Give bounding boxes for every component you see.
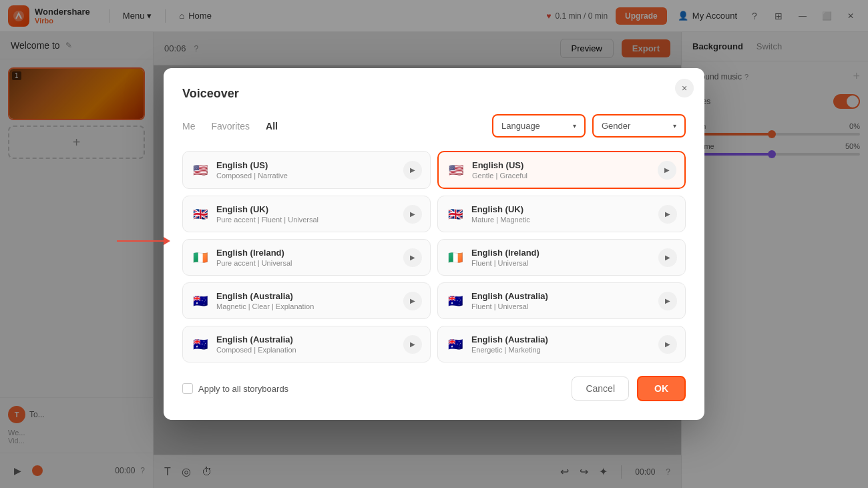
tab-me[interactable]: Me	[182, 121, 195, 132]
tab-all[interactable]: All	[266, 121, 278, 132]
modal-footer: Apply to all storyboards Cancel OK	[182, 376, 686, 401]
voice-info-5: English (Ireland) Fluent | Universal	[471, 248, 652, 267]
voice-desc-9: Energetic | Marketing	[471, 346, 652, 354]
apply-all-label: Apply to all storyboards	[198, 384, 288, 394]
voice-desc-5: Fluent | Universal	[471, 259, 652, 267]
app-background: Wondershare Virbo Menu ▾ ⌂ Home ♥ 0.1 mi…	[0, 0, 868, 488]
voice-flag-5: 🇮🇪	[446, 251, 465, 264]
language-filter-label: Language	[501, 121, 569, 131]
voice-desc-2: Pure accent | Fluent | Universal	[216, 216, 397, 224]
red-arrow-indicator	[117, 237, 170, 245]
voice-desc-7: Fluent | Universal	[471, 302, 652, 310]
voice-info-7: English (Australia) Fluent | Universal	[471, 291, 652, 310]
voice-play-button-6[interactable]: ▶	[403, 292, 422, 310]
voiceover-modal: × Voiceover Me Favorites All Language ▾ …	[164, 68, 704, 420]
voice-play-button-0[interactable]: ▶	[403, 161, 422, 180]
apply-all-checkbox-label[interactable]: Apply to all storyboards	[182, 383, 288, 394]
voice-card-en-au-2[interactable]: 🇦🇺 English (Australia) Fluent | Universa…	[437, 282, 686, 319]
ok-button[interactable]: OK	[637, 376, 686, 401]
cancel-button[interactable]: Cancel	[572, 377, 629, 401]
voice-desc-6: Magnetic | Clear | Explanation	[216, 302, 397, 310]
filter-area: Language ▾ Gender ▾	[492, 114, 686, 138]
voice-name-9: English (Australia)	[471, 334, 652, 344]
voice-flag-7: 🇦🇺	[446, 294, 465, 308]
apply-all-checkbox[interactable]	[182, 383, 193, 394]
voice-flag-6: 🇦🇺	[191, 294, 210, 308]
voice-card-en-au-4[interactable]: 🇦🇺 English (Australia) Energetic | Marke…	[437, 326, 686, 362]
voice-info-1: English (US) Gentle | Graceful	[472, 160, 651, 180]
voice-flag-0: 🇺🇸	[191, 164, 210, 177]
voice-flag-1: 🇺🇸	[447, 164, 465, 177]
arrow-head	[164, 237, 170, 245]
voice-play-button-7[interactable]: ▶	[658, 292, 677, 310]
voice-name-0: English (US)	[216, 160, 397, 170]
gender-filter-label: Gender	[602, 121, 669, 131]
voice-desc-0: Composed | Narrative	[216, 172, 397, 180]
voice-info-6: English (Australia) Magnetic | Clear | E…	[216, 291, 397, 310]
modal-close-button[interactable]: ×	[675, 79, 694, 97]
voice-play-button-9[interactable]: ▶	[658, 335, 677, 354]
voice-desc-8: Composed | Explanation	[216, 346, 397, 354]
voice-card-en-uk-2[interactable]: 🇬🇧 English (UK) Mature | Magnetic ▶	[437, 196, 686, 232]
voice-name-4: English (Ireland)	[216, 248, 397, 258]
voice-card-en-uk-1[interactable]: 🇬🇧 English (UK) Pure accent | Fluent | U…	[182, 196, 431, 232]
voice-grid: 🇺🇸 English (US) Composed | Narrative ▶ 🇺…	[182, 151, 686, 362]
voice-play-button-8[interactable]: ▶	[403, 335, 422, 354]
arrow-line	[117, 240, 164, 242]
voice-desc-3: Mature | Magnetic	[471, 216, 652, 224]
voice-desc-1: Gentle | Graceful	[472, 172, 651, 180]
voice-card-en-au-3[interactable]: 🇦🇺 English (Australia) Composed | Explan…	[182, 326, 431, 362]
voice-info-3: English (UK) Mature | Magnetic	[471, 204, 652, 224]
voice-info-8: English (Australia) Composed | Explanati…	[216, 334, 397, 354]
modal-overlay: × Voiceover Me Favorites All Language ▾ …	[0, 0, 868, 488]
voice-info-2: English (UK) Pure accent | Fluent | Univ…	[216, 204, 397, 224]
language-chevron-icon: ▾	[573, 122, 576, 130]
voice-name-1: English (US)	[472, 160, 651, 170]
modal-tabs: Me Favorites All Language ▾ Gender ▾	[182, 114, 686, 138]
voice-play-button-3[interactable]: ▶	[658, 205, 677, 224]
voice-name-2: English (UK)	[216, 204, 397, 214]
voice-card-en-us-1[interactable]: 🇺🇸 English (US) Composed | Narrative ▶	[182, 151, 431, 189]
voice-card-en-us-2[interactable]: 🇺🇸 English (US) Gentle | Graceful ▶	[437, 151, 686, 189]
voice-flag-2: 🇬🇧	[191, 208, 210, 221]
voice-play-button-5[interactable]: ▶	[658, 248, 677, 267]
voice-flag-8: 🇦🇺	[191, 338, 210, 351]
voice-flag-3: 🇬🇧	[446, 208, 465, 221]
voice-name-8: English (Australia)	[216, 334, 397, 344]
voice-card-en-ie-1[interactable]: 🇮🇪 English (Ireland) Pure accent | Unive…	[182, 239, 431, 276]
gender-filter[interactable]: Gender ▾	[592, 114, 686, 138]
voice-play-button-2[interactable]: ▶	[403, 205, 422, 224]
voice-flag-9: 🇦🇺	[446, 338, 465, 351]
voice-card-en-au-1[interactable]: 🇦🇺 English (Australia) Magnetic | Clear …	[182, 282, 431, 319]
modal-title: Voiceover	[182, 87, 686, 101]
voice-play-button-4[interactable]: ▶	[403, 248, 422, 267]
voice-play-button-1[interactable]: ▶	[658, 161, 676, 180]
tab-favorites[interactable]: Favorites	[211, 121, 250, 132]
voice-name-3: English (UK)	[471, 204, 652, 214]
voice-info-9: English (Australia) Energetic | Marketin…	[471, 334, 652, 354]
voice-name-5: English (Ireland)	[471, 248, 652, 258]
voice-flag-4: 🇮🇪	[191, 251, 210, 264]
voice-name-7: English (Australia)	[471, 291, 652, 301]
language-filter[interactable]: Language ▾	[492, 114, 586, 138]
voice-desc-4: Pure accent | Universal	[216, 259, 397, 267]
voice-info-0: English (US) Composed | Narrative	[216, 160, 397, 180]
voice-card-en-ie-2[interactable]: 🇮🇪 English (Ireland) Fluent | Universal …	[437, 239, 686, 276]
voice-name-6: English (Australia)	[216, 291, 397, 301]
voice-info-4: English (Ireland) Pure accent | Universa…	[216, 248, 397, 267]
gender-chevron-icon: ▾	[673, 122, 676, 130]
